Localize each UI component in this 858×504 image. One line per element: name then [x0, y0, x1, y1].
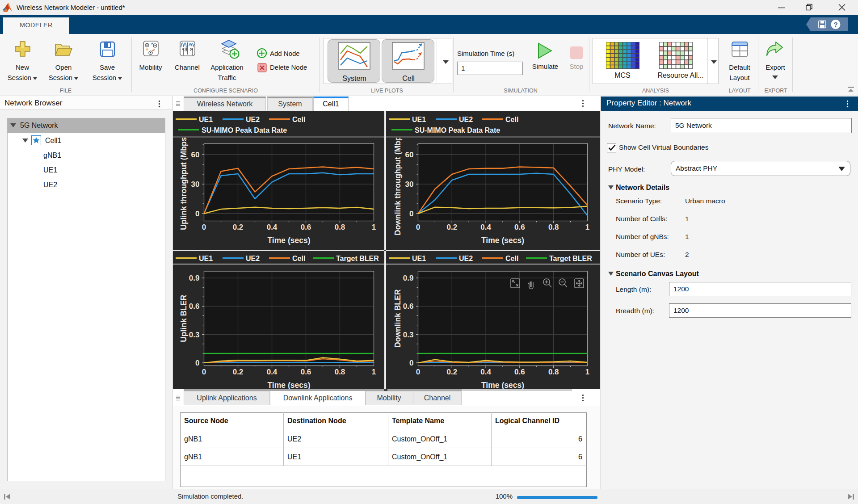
svg-text:0.6: 0.6 — [301, 223, 311, 231]
svg-text:Cell: Cell — [505, 116, 518, 123]
svg-text:Cell: Cell — [505, 255, 518, 262]
svg-text:0.9: 0.9 — [189, 274, 200, 282]
svg-text:0.2: 0.2 — [446, 223, 457, 231]
svg-text:Downlink BLER: Downlink BLER — [393, 289, 402, 348]
svg-text:0: 0 — [416, 368, 420, 376]
svg-text:0.4: 0.4 — [267, 223, 278, 231]
svg-text:SU-MIMO Peak Data Rate: SU-MIMO Peak Data Rate — [415, 126, 500, 134]
svg-text:0.2: 0.2 — [233, 368, 244, 376]
svg-text:UE1: UE1 — [199, 116, 213, 123]
svg-text:0.3: 0.3 — [403, 331, 414, 339]
svg-text:Time (secs): Time (secs) — [268, 381, 311, 389]
svg-text:0.6: 0.6 — [514, 223, 525, 231]
svg-text:UE2: UE2 — [459, 255, 473, 262]
svg-text:0.3: 0.3 — [189, 331, 200, 339]
svg-text:0.4: 0.4 — [480, 223, 491, 231]
svg-text:1: 1 — [585, 368, 589, 376]
svg-text:0.6: 0.6 — [514, 368, 525, 376]
svg-text:0: 0 — [195, 210, 199, 218]
svg-text:Cell: Cell — [292, 116, 305, 123]
svg-text:0.8: 0.8 — [335, 223, 345, 231]
svg-text:UE1: UE1 — [412, 116, 426, 123]
svg-text:0: 0 — [195, 359, 199, 367]
svg-text:0: 0 — [202, 223, 206, 231]
svg-text:UE1: UE1 — [412, 255, 426, 262]
svg-text:SU-MIMO Peak Data Rate: SU-MIMO Peak Data Rate — [202, 126, 287, 134]
svg-text:0: 0 — [409, 210, 413, 218]
svg-text:Target BLER: Target BLER — [336, 255, 379, 262]
svg-text:0.6: 0.6 — [301, 368, 311, 376]
svg-text:0.4: 0.4 — [267, 368, 278, 376]
svg-text:0.2: 0.2 — [446, 368, 457, 376]
svg-text:30: 30 — [405, 180, 414, 189]
svg-text:Time (secs): Time (secs) — [268, 236, 311, 245]
svg-text:UE2: UE2 — [459, 116, 473, 123]
svg-text:0.9: 0.9 — [403, 274, 414, 282]
svg-text:0.6: 0.6 — [403, 302, 414, 311]
svg-text:0.2: 0.2 — [233, 223, 244, 231]
svg-text:Target BLER: Target BLER — [549, 255, 592, 262]
svg-text:Uplink throughput (Mbps): Uplink throughput (Mbps) — [179, 134, 188, 230]
svg-text:30: 30 — [191, 180, 200, 189]
svg-text:UE1: UE1 — [199, 255, 213, 262]
svg-text:1: 1 — [372, 223, 376, 231]
svg-text:0.8: 0.8 — [335, 368, 345, 376]
svg-text:Uplink BLER: Uplink BLER — [179, 294, 188, 342]
svg-text:Downlink throughput (Mbps): Downlink throughput (Mbps) — [393, 129, 402, 235]
svg-text:Cell: Cell — [292, 255, 305, 262]
svg-text:1: 1 — [372, 368, 376, 376]
svg-text:0.8: 0.8 — [548, 368, 559, 376]
svg-text:0.4: 0.4 — [480, 368, 491, 376]
svg-text:60: 60 — [405, 151, 414, 159]
svg-text:UE2: UE2 — [246, 116, 260, 123]
svg-text:0: 0 — [409, 359, 413, 367]
svg-text:0: 0 — [416, 223, 420, 231]
svg-text:UE2: UE2 — [246, 255, 260, 262]
svg-text:?: ? — [833, 21, 837, 28]
svg-text:0.6: 0.6 — [189, 302, 200, 311]
svg-text:Time (secs): Time (secs) — [481, 236, 524, 245]
svg-text:60: 60 — [191, 151, 200, 159]
svg-text:1: 1 — [585, 223, 589, 231]
svg-text:Time (secs): Time (secs) — [481, 381, 524, 389]
svg-text:0: 0 — [202, 368, 206, 376]
svg-text:0.8: 0.8 — [548, 223, 559, 231]
